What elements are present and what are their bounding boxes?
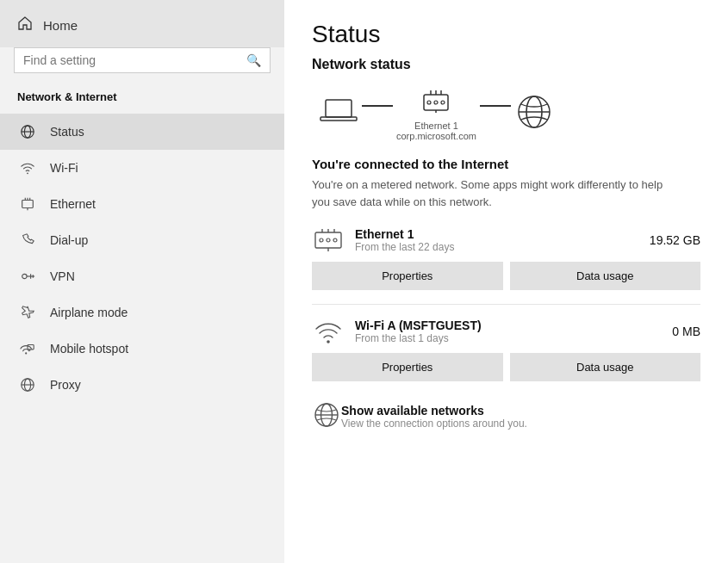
show-networks-icon: [312, 400, 341, 433]
divider-1: [312, 304, 700, 305]
svg-point-39: [333, 238, 337, 242]
wifi-card: Wi-Fi A (MSFTGUEST) From the last 1 days…: [312, 319, 700, 381]
wifi-network-info: Wi-Fi A (MSFTGUEST) From the last 1 days: [312, 319, 482, 344]
wifi-text: Wi-Fi A (MSFTGUEST) From the last 1 days: [355, 319, 482, 344]
connected-desc: You're on a metered network. Some apps m…: [312, 176, 674, 210]
hotspot-icon: [17, 341, 38, 356]
sidebar-item-ethernet[interactable]: Ethernet: [0, 186, 284, 222]
ethernet-buttons: Properties Data usage: [312, 262, 700, 290]
sidebar-item-ethernet-label: Ethernet: [50, 197, 96, 211]
ethernet-data-usage-button[interactable]: Data usage: [510, 262, 701, 290]
sidebar: Home 🔍 Network & Internet Status: [0, 0, 284, 563]
wifi-name: Wi-Fi A (MSFTGUEST): [355, 319, 482, 332]
sidebar-item-airplane[interactable]: Airplane mode: [0, 294, 284, 331]
section-title: Network status: [312, 57, 700, 72]
wifi-properties-button[interactable]: Properties: [312, 353, 503, 381]
ethernet-name: Ethernet 1: [355, 227, 454, 241]
diagram-ethernet-label: Ethernet 1 corp.microsoft.com: [396, 121, 476, 141]
wifi-device-icon: [312, 319, 345, 344]
diagram-globe: [514, 92, 554, 135]
svg-point-3: [27, 172, 28, 174]
nav-list: Status Wi-Fi: [0, 114, 284, 403]
connected-title: You're connected to the Internet: [312, 157, 700, 171]
svg-point-9: [22, 274, 27, 278]
page-title: Status: [312, 21, 700, 48]
wifi-sub: From the last 1 days: [355, 332, 482, 344]
sidebar-item-home[interactable]: Home: [0, 0, 284, 47]
svg-point-13: [25, 352, 27, 354]
ethernet-network-info: Ethernet 1 From the last 22 days: [312, 227, 454, 253]
ethernet-card: Ethernet 1 From the last 22 days 19.52 G…: [312, 227, 700, 290]
sidebar-section-title: Network & Internet: [0, 84, 284, 114]
show-networks-title: Show available networks: [341, 404, 527, 418]
globe-icon: [514, 92, 554, 132]
svg-point-38: [327, 238, 330, 242]
wifi-card-header: Wi-Fi A (MSFTGUEST) From the last 1 days…: [312, 319, 700, 344]
show-networks-text: Show available networks View the connect…: [341, 404, 527, 430]
ethernet-device-icon: [312, 227, 345, 253]
svg-rect-20: [320, 117, 357, 121]
sidebar-item-vpn[interactable]: VPN: [0, 258, 284, 294]
search-icon: 🔍: [246, 53, 261, 67]
sidebar-item-hotspot[interactable]: Mobile hotspot: [0, 331, 284, 367]
ethernet-icon: [17, 196, 38, 212]
sidebar-item-hotspot-label: Mobile hotspot: [50, 342, 128, 356]
svg-point-40: [327, 340, 330, 343]
diagram-line-1: [362, 105, 393, 107]
svg-point-37: [320, 238, 323, 242]
show-available-networks[interactable]: Show available networks View the connect…: [312, 395, 700, 438]
wifi-data-usage-button[interactable]: Data usage: [510, 353, 701, 381]
sidebar-item-dialup[interactable]: Dial-up: [0, 222, 284, 258]
svg-point-26: [427, 101, 431, 104]
home-label: Home: [43, 18, 78, 33]
laptop-icon: [319, 96, 358, 127]
proxy-icon: [17, 377, 38, 393]
search-input[interactable]: [23, 53, 246, 67]
sidebar-item-status[interactable]: Status: [0, 114, 284, 150]
diagram-line-2: [480, 105, 511, 107]
svg-rect-4: [22, 201, 34, 208]
status-icon: [17, 124, 38, 139]
sidebar-item-proxy[interactable]: Proxy: [0, 367, 284, 403]
sidebar-item-wifi-label: Wi-Fi: [50, 161, 78, 175]
sidebar-item-vpn-label: VPN: [50, 269, 75, 283]
sidebar-item-wifi[interactable]: Wi-Fi: [0, 150, 284, 186]
svg-rect-19: [326, 100, 352, 117]
ethernet-properties-button[interactable]: Properties: [312, 262, 503, 290]
sidebar-item-status-label: Status: [50, 125, 84, 139]
svg-point-27: [434, 101, 438, 104]
vpn-icon: [17, 269, 38, 284]
diagram-laptop: [319, 96, 358, 131]
search-box: 🔍: [14, 47, 271, 73]
wifi-icon: [17, 160, 38, 176]
airplane-icon: [17, 305, 38, 320]
ethernet-text: Ethernet 1 From the last 22 days: [355, 227, 454, 253]
home-icon: [17, 15, 33, 35]
ethernet-data: 19.52 GB: [636, 233, 700, 247]
wifi-buttons: Properties Data usage: [312, 353, 700, 381]
router-icon: [420, 86, 451, 117]
network-diagram: Ethernet 1 corp.microsoft.com: [312, 86, 700, 141]
svg-point-28: [441, 101, 445, 104]
main-content: Status Network status: [284, 0, 728, 563]
ethernet-card-header: Ethernet 1 From the last 22 days 19.52 G…: [312, 227, 700, 253]
wifi-data: 0 MB: [658, 325, 700, 338]
sidebar-item-airplane-label: Airplane mode: [50, 306, 128, 319]
sidebar-item-proxy-label: Proxy: [50, 378, 81, 392]
sidebar-item-dialup-label: Dial-up: [50, 233, 88, 247]
dialup-icon: [17, 232, 38, 248]
show-networks-sub: View the connection options around you.: [341, 418, 527, 430]
diagram-router: Ethernet 1 corp.microsoft.com: [396, 86, 476, 141]
ethernet-sub: From the last 22 days: [355, 241, 454, 253]
